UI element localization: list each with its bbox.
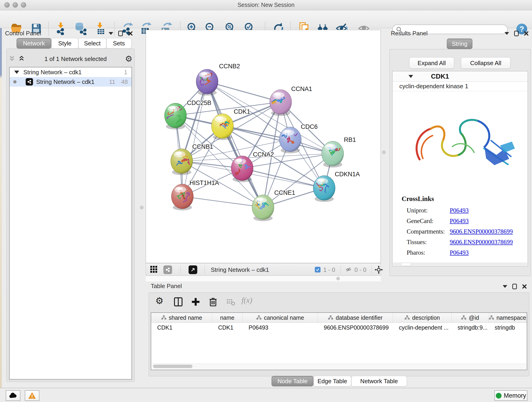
column-header-description[interactable]: description <box>393 313 452 322</box>
column-header--id[interactable]: @id <box>452 313 489 322</box>
network-node-cdc25b[interactable] <box>163 103 186 129</box>
network-overview-icon[interactable] <box>163 265 172 274</box>
crosslinks-list: Uniprot:P06493GeneCard:P06493Compartment… <box>407 205 523 258</box>
network-collection-row[interactable]: String Network – cdk1 1 <box>10 67 132 77</box>
network-tree: String Network – cdk1 1 String Network –… <box>9 67 132 380</box>
node-label: CCNA1 <box>291 85 312 92</box>
expand-all-chevron-icon[interactable] <box>18 56 26 62</box>
shared-column-icon <box>489 315 494 320</box>
network-edge[interactable] <box>207 82 263 207</box>
network-node-ccnb2[interactable] <box>196 69 218 96</box>
crosslink-row: Uniprot:P06493 <box>407 205 523 216</box>
column-header-name[interactable]: name <box>212 313 243 322</box>
close-panel-icon[interactable] <box>524 31 529 36</box>
table-cell: CDK1 <box>151 323 212 332</box>
column-header-label: name <box>220 314 234 321</box>
network-row-selected[interactable]: String Network – cdk1 11 48 <box>10 77 132 87</box>
network-node-ccnb1[interactable] <box>171 149 193 175</box>
network-node-cdc6[interactable] <box>279 127 303 153</box>
cdk1-result-card: CDK1 cyclin-dependent kinase 1 <box>392 71 528 266</box>
network-node-ccna2[interactable] <box>231 156 253 182</box>
show-columns-icon[interactable] <box>173 297 184 307</box>
table-row[interactable]: CDK1CDK1P064939606.ENSP00000378699cyclin… <box>151 323 527 332</box>
panel-menu-icon[interactable] <box>505 32 509 35</box>
network-options-gear-icon[interactable]: ⚙ <box>125 54 133 64</box>
crosslink-link[interactable]: 9606.ENSP00000378699 <box>450 228 513 235</box>
node-table: shared namenamecanonical namedatabase id… <box>151 313 527 370</box>
fit-content-crosshair-icon[interactable] <box>375 266 383 274</box>
node-label: RB1 <box>344 136 356 143</box>
network-view[interactable]: CCNB2CCNA1CDC25BCDK1CDC6RB1CCNB1CCNA2CDK… <box>146 30 381 263</box>
tab-network[interactable]: Network <box>17 38 51 49</box>
column-header-namespace[interactable]: namespace <box>489 313 526 322</box>
table-cell: CDK1 <box>212 323 243 332</box>
warnings-button[interactable] <box>25 390 39 401</box>
memory-button[interactable]: Memory <box>494 390 527 401</box>
bottom-splitter-handle[interactable] <box>336 277 340 280</box>
close-panel-icon[interactable] <box>128 31 133 36</box>
right-splitter-handle[interactable] <box>382 151 386 154</box>
table-header-row: shared namenamecanonical namedatabase id… <box>151 313 527 323</box>
tab-style[interactable]: Style <box>51 38 78 49</box>
network-node-ccne1[interactable] <box>252 195 274 221</box>
network-edge[interactable] <box>207 82 281 102</box>
collapse-all-button[interactable]: Collapse All <box>461 57 510 69</box>
column-header-label: description <box>412 314 440 321</box>
result-expander-icon[interactable] <box>409 75 413 78</box>
horizontal-splitter[interactable] <box>146 276 381 281</box>
tab-string[interactable]: String <box>447 38 472 49</box>
column-header-database-identifier[interactable]: database identifier <box>318 313 393 322</box>
network-node-cdkn1a[interactable] <box>313 176 335 202</box>
collapse-all-chevron-icon[interactable] <box>9 56 17 62</box>
selected-checkbox-icon[interactable] <box>315 267 321 273</box>
table-horizontal-scrollbar[interactable] <box>152 364 526 369</box>
panel-menu-icon[interactable] <box>109 32 113 35</box>
network-node-cdk1[interactable] <box>211 114 234 140</box>
float-panel-icon[interactable] <box>514 31 519 36</box>
results-scrollbar[interactable] <box>393 262 527 266</box>
network-edge[interactable] <box>242 168 324 188</box>
cloud-button[interactable] <box>6 390 20 401</box>
collection-expander-icon[interactable] <box>14 70 19 74</box>
tab-edge-table[interactable]: Edge Table <box>313 376 351 386</box>
shared-column-icon <box>461 315 467 320</box>
crosslink-link[interactable]: 9606.ENSP00000378699 <box>450 239 513 246</box>
crosslink-label: Pharos: <box>407 249 450 256</box>
float-panel-icon[interactable] <box>512 284 517 289</box>
panel-menu-icon[interactable] <box>503 285 507 288</box>
column-header-shared-name[interactable]: shared name <box>151 313 212 322</box>
separator <box>180 265 181 274</box>
result-header-row[interactable]: CDK1 <box>393 71 528 82</box>
close-panel-icon[interactable] <box>522 284 527 289</box>
tab-select[interactable]: Select <box>78 38 106 49</box>
crosslink-link[interactable]: P06493 <box>450 217 469 225</box>
tab-network-table[interactable]: Network Table <box>351 376 407 386</box>
tab-sets[interactable]: Sets <box>106 38 132 49</box>
table-options-gear-icon[interactable]: ⚙ <box>155 295 166 306</box>
network-edge[interactable] <box>182 82 207 196</box>
crosslink-label: Tissues: <box>407 239 450 246</box>
selected-counts: 1 - 0 <box>323 266 335 274</box>
network-node-ccna1[interactable] <box>270 89 292 116</box>
column-header-canonical-name[interactable]: canonical name <box>243 313 318 322</box>
network-node-hist1h1a[interactable] <box>171 184 193 211</box>
birds-eye-view-icon[interactable] <box>150 265 158 273</box>
crosslink-link[interactable]: P06493 <box>450 207 469 214</box>
open-in-window-icon[interactable] <box>189 265 197 274</box>
expand-all-button[interactable]: Expand All <box>409 57 454 69</box>
float-panel-icon[interactable] <box>118 31 123 36</box>
node-count: 11 <box>109 78 115 85</box>
separator <box>205 265 205 274</box>
shared-column-icon <box>328 315 333 320</box>
network-type-icon <box>26 78 33 85</box>
crosslinks-title: CrossLinks <box>402 195 434 203</box>
crosslink-link[interactable]: P06493 <box>450 249 469 256</box>
delete-column-icon[interactable] <box>208 297 219 307</box>
table-panel-title: Table Panel <box>151 283 182 290</box>
node-label: CCNE1 <box>274 189 295 196</box>
network-node-rb1[interactable] <box>322 141 344 167</box>
left-splitter-handle[interactable] <box>140 206 143 209</box>
create-column-icon[interactable] <box>191 297 201 307</box>
tab-node-table[interactable]: Node Table <box>272 376 313 386</box>
network-edge[interactable] <box>182 196 263 207</box>
